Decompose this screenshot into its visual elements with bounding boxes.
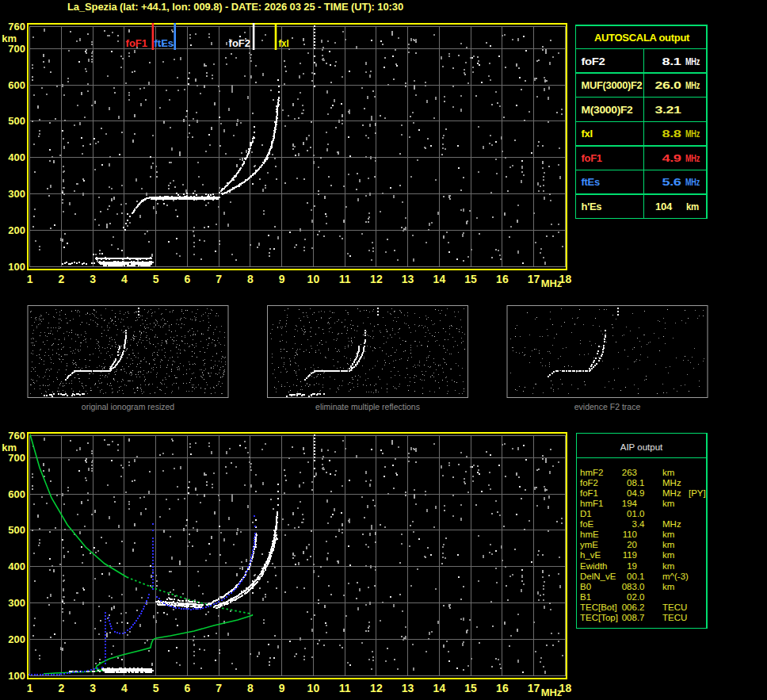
svg-text:km: km bbox=[662, 550, 674, 560]
svg-text:20: 20 bbox=[627, 540, 637, 549]
svg-text:01.0: 01.0 bbox=[627, 509, 644, 518]
svg-text:fxI: fxI bbox=[279, 37, 289, 49]
svg-text:DelN_vE: DelN_vE bbox=[580, 572, 616, 581]
svg-text:km: km bbox=[662, 468, 674, 477]
svg-text:119: 119 bbox=[623, 550, 637, 560]
svg-text:3.21: 3.21 bbox=[655, 104, 681, 116]
svg-text:008.7: 008.7 bbox=[622, 613, 645, 622]
svg-text:MHz: MHz bbox=[685, 79, 700, 91]
svg-text:MHz: MHz bbox=[685, 128, 700, 140]
svg-text:AIP output: AIP output bbox=[620, 442, 663, 452]
svg-text:m^(-3): m^(-3) bbox=[662, 572, 689, 581]
svg-text:4.9: 4.9 bbox=[662, 152, 681, 164]
svg-text:h_vE: h_vE bbox=[580, 550, 601, 560]
svg-text:eliminate multiple reflections: eliminate multiple reflections bbox=[315, 402, 420, 411]
svg-text:foF2: foF2 bbox=[582, 55, 605, 67]
svg-text:evidence F2 trace: evidence F2 trace bbox=[574, 402, 641, 411]
svg-text:B0: B0 bbox=[580, 582, 591, 591]
svg-text:MHz: MHz bbox=[685, 55, 700, 67]
svg-text:[PY]: [PY] bbox=[689, 488, 706, 498]
svg-text:8.1: 8.1 bbox=[662, 55, 681, 67]
svg-text:km: km bbox=[686, 201, 699, 212]
svg-text:TECU: TECU bbox=[662, 613, 687, 622]
svg-text:194: 194 bbox=[622, 499, 638, 508]
svg-text:km: km bbox=[662, 499, 674, 508]
svg-text:08.1: 08.1 bbox=[627, 478, 644, 488]
svg-text:26.0: 26.0 bbox=[655, 79, 681, 91]
svg-text:Ewidth: Ewidth bbox=[580, 561, 608, 571]
svg-text:foE: foE bbox=[580, 519, 594, 529]
svg-text:8.8: 8.8 bbox=[662, 128, 681, 140]
svg-text:083.0: 083.0 bbox=[622, 582, 645, 591]
svg-text:km: km bbox=[662, 582, 674, 591]
svg-text:19: 19 bbox=[627, 561, 637, 571]
svg-text:AUTOSCALA output: AUTOSCALA output bbox=[594, 32, 690, 44]
svg-text:La_Spezia (lat: +44.1, lon: 00: La_Spezia (lat: +44.1, lon: 009.8) - DAT… bbox=[67, 1, 403, 13]
svg-text:foF2: foF2 bbox=[229, 37, 250, 49]
svg-text:3.4: 3.4 bbox=[632, 519, 646, 529]
svg-text:263: 263 bbox=[622, 468, 637, 477]
svg-text:ymE: ymE bbox=[580, 540, 598, 549]
svg-text:104: 104 bbox=[655, 201, 673, 212]
svg-text:02.0: 02.0 bbox=[627, 592, 644, 602]
svg-text:04.9: 04.9 bbox=[627, 488, 644, 498]
svg-text:5.6: 5.6 bbox=[662, 176, 681, 188]
svg-text:TECU: TECU bbox=[662, 602, 687, 612]
svg-text:fxI: fxI bbox=[582, 128, 593, 140]
svg-text:B1: B1 bbox=[580, 592, 591, 602]
svg-text:D1: D1 bbox=[580, 509, 592, 518]
svg-text:MHz: MHz bbox=[685, 152, 700, 164]
svg-text:MHz: MHz bbox=[662, 488, 681, 498]
svg-text:00.1: 00.1 bbox=[627, 572, 644, 581]
svg-text:h'Es: h'Es bbox=[582, 201, 602, 212]
svg-text:hmF1: hmF1 bbox=[580, 499, 603, 508]
svg-text:MHz: MHz bbox=[685, 176, 700, 188]
svg-text:foF2: foF2 bbox=[580, 478, 598, 488]
svg-text:M(3000)F2: M(3000)F2 bbox=[582, 104, 633, 116]
svg-text:hmE: hmE bbox=[580, 530, 599, 539]
svg-text:foF1: foF1 bbox=[580, 488, 598, 498]
svg-text:ftEs: ftEs bbox=[582, 176, 600, 188]
svg-text:110: 110 bbox=[623, 530, 637, 539]
svg-text:MUF(3000)F2: MUF(3000)F2 bbox=[582, 79, 643, 91]
svg-text:km: km bbox=[662, 530, 674, 539]
svg-text:original ionogram resized: original ionogram resized bbox=[82, 402, 174, 411]
svg-text:foF1: foF1 bbox=[126, 37, 147, 49]
svg-text:MHz: MHz bbox=[662, 478, 681, 488]
svg-text:km: km bbox=[662, 540, 674, 549]
svg-text:TEC[Top]: TEC[Top] bbox=[580, 613, 618, 622]
svg-text:hmF2: hmF2 bbox=[580, 468, 603, 477]
svg-text:006.2: 006.2 bbox=[622, 602, 645, 612]
svg-text:ftEs: ftEs bbox=[155, 37, 174, 49]
svg-text:km: km bbox=[662, 561, 674, 571]
svg-text:MHz: MHz bbox=[662, 519, 681, 529]
svg-text:TEC[Bot]: TEC[Bot] bbox=[580, 602, 617, 612]
svg-text:foF1: foF1 bbox=[582, 152, 602, 164]
